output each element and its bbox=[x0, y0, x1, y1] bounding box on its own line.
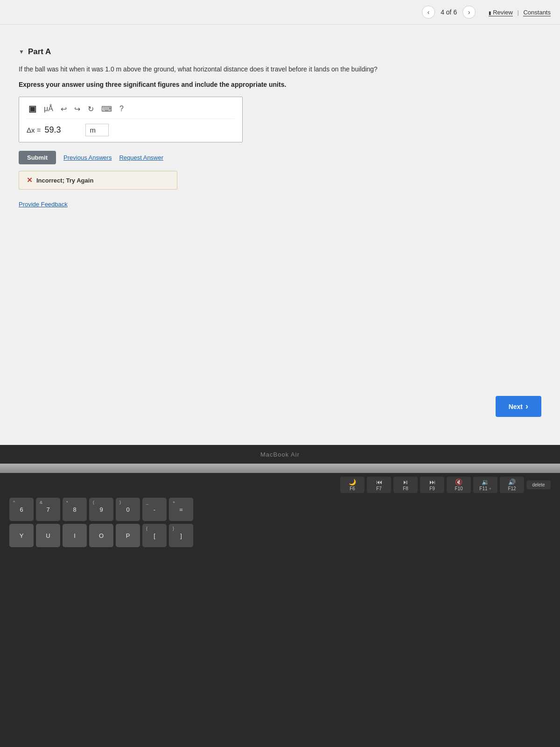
next-button[interactable]: Next bbox=[496, 396, 541, 417]
help-icon[interactable]: ? bbox=[118, 104, 126, 114]
answer-value[interactable]: 59.3 bbox=[44, 125, 82, 135]
incorrect-banner: ✕ Incorrect; Try Again bbox=[19, 171, 177, 190]
top-navigation: ‹ 4 of 6 › Review | Constants bbox=[0, 0, 560, 25]
key-7[interactable]: & 7 bbox=[36, 498, 60, 521]
key-equals[interactable]: + = bbox=[169, 498, 193, 521]
incorrect-text: Incorrect; Try Again bbox=[36, 177, 93, 184]
review-link[interactable]: Review bbox=[489, 9, 513, 16]
keyboard-area: 🌙 F6 ⏮ F7 ⏯ F8 ⏭ F9 🔇 F10 🔉 F11 + 🔊 F12 bbox=[0, 473, 560, 747]
key-u[interactable]: U bbox=[36, 524, 60, 547]
key-f6[interactable]: 🌙 F6 bbox=[340, 477, 364, 493]
question-text: If the ball was hit when it was 1.0 m ab… bbox=[19, 64, 439, 74]
x-icon: ✕ bbox=[27, 176, 33, 184]
provide-feedback-link[interactable]: Provide Feedback bbox=[19, 201, 68, 208]
submit-row: Submit Previous Answers Request Answer bbox=[19, 151, 541, 164]
submit-button[interactable]: Submit bbox=[19, 151, 56, 164]
key-p[interactable]: P bbox=[116, 524, 140, 547]
key-y[interactable]: Y bbox=[9, 524, 34, 547]
mu-label[interactable]: μÅ bbox=[42, 104, 55, 114]
key-i[interactable]: I bbox=[63, 524, 87, 547]
key-delete[interactable]: delete bbox=[526, 480, 551, 489]
key-right-bracket[interactable]: } ] bbox=[169, 524, 193, 547]
refresh-icon[interactable]: ↻ bbox=[86, 104, 96, 114]
request-answer-link[interactable]: Request Answer bbox=[119, 154, 163, 161]
constants-link[interactable]: Constants bbox=[523, 9, 551, 16]
key-9[interactable]: ( 9 bbox=[89, 498, 113, 521]
key-f11[interactable]: 🔉 F11 + bbox=[473, 477, 497, 493]
key-8[interactable]: * 8 bbox=[63, 498, 87, 521]
number-row: ^ 6 & 7 * 8 ( 9 ) 0 _ - + = bbox=[9, 498, 551, 521]
undo-icon[interactable]: ↩ bbox=[59, 104, 69, 114]
redo-icon[interactable]: ↪ bbox=[72, 104, 82, 114]
delta-label: Δx = bbox=[27, 126, 41, 134]
unit-display[interactable]: m bbox=[85, 124, 109, 136]
key-f12[interactable]: 🔊 F12 bbox=[500, 477, 524, 493]
part-label: ▼ Part A bbox=[19, 47, 541, 56]
key-f8[interactable]: ⏯ F8 bbox=[393, 477, 418, 493]
key-o[interactable]: O bbox=[89, 524, 113, 547]
box-icon[interactable]: ▣ bbox=[27, 103, 38, 115]
key-f9[interactable]: ⏭ F9 bbox=[420, 477, 444, 493]
key-f7[interactable]: ⏮ F7 bbox=[367, 477, 391, 493]
answer-input-row: Δx = 59.3 m bbox=[27, 124, 235, 136]
answer-toolbar: ▣ μÅ ↩ ↪ ↻ ⌨ ? bbox=[27, 103, 235, 119]
keyboard-icon[interactable]: ⌨ bbox=[99, 104, 114, 114]
key-0[interactable]: ) 0 bbox=[116, 498, 140, 521]
key-f10[interactable]: 🔇 F10 bbox=[447, 477, 471, 493]
express-instruction: Express your answer using three signific… bbox=[19, 81, 541, 88]
content-area: ▼ Part A If the ball was hit when it was… bbox=[0, 25, 560, 445]
previous-answers-link[interactable]: Previous Answers bbox=[63, 154, 112, 161]
laptop-bezel bbox=[0, 464, 560, 473]
prev-page-button[interactable]: ‹ bbox=[422, 6, 435, 19]
review-links: Review | Constants bbox=[489, 9, 551, 16]
collapse-arrow-icon[interactable]: ▼ bbox=[19, 49, 24, 55]
answer-box: ▣ μÅ ↩ ↪ ↻ ⌨ ? Δx = 59.3 m bbox=[19, 97, 243, 142]
letter-row-yuiop: Y U I O P { [ } ] bbox=[9, 524, 551, 547]
key-6[interactable]: ^ 6 bbox=[9, 498, 34, 521]
function-key-row: 🌙 F6 ⏮ F7 ⏯ F8 ⏭ F9 🔇 F10 🔉 F11 + 🔊 F12 bbox=[9, 477, 551, 495]
key-left-bracket[interactable]: { [ bbox=[142, 524, 167, 547]
page-counter: 4 of 6 bbox=[441, 8, 457, 16]
next-page-button[interactable]: › bbox=[462, 6, 476, 19]
key-minus[interactable]: _ - bbox=[142, 498, 167, 521]
macbook-brand: MacBook Air bbox=[0, 445, 560, 464]
part-title: Part A bbox=[28, 47, 51, 56]
